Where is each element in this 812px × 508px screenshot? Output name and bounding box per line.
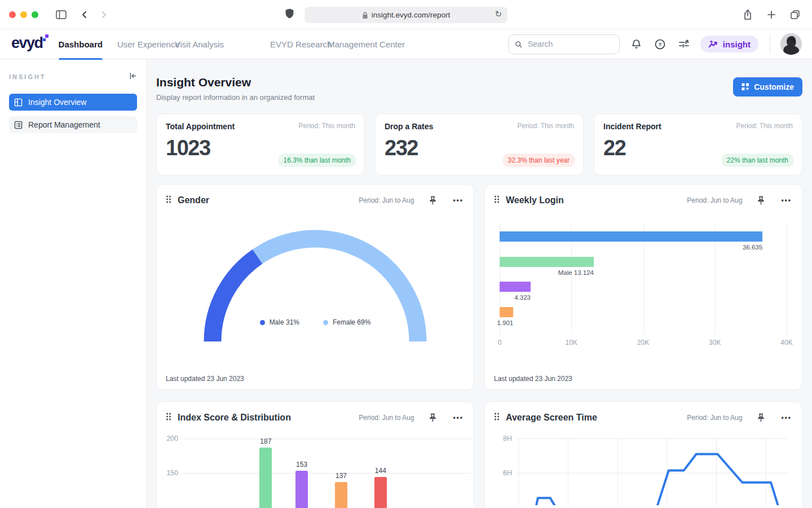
sidebar-item-report-management[interactable]: Report Management — [9, 116, 137, 133]
notifications-bell-icon[interactable] — [630, 37, 643, 51]
bar — [500, 282, 531, 292]
browser-chrome: insight.evyd.com/report ↻ — [0, 0, 812, 29]
page-title: Insight Overview — [156, 76, 315, 89]
bar — [335, 482, 347, 508]
settings-sliders-icon[interactable] — [677, 37, 691, 51]
main-content: Insight Overview Display report informat… — [147, 59, 812, 508]
more-options-icon[interactable]: ••• — [781, 196, 792, 204]
search-box[interactable] — [508, 34, 620, 54]
insight-badge[interactable]: insight — [700, 36, 758, 52]
gender-card: Gender Period: Jun to Aug ••• Male 31% — [156, 184, 474, 390]
stat-title: Incident Report — [603, 122, 661, 131]
bar-label: 1.901 — [497, 319, 513, 326]
sidebar-collapse-icon[interactable] — [129, 72, 137, 81]
bar-label: 36.635 — [743, 244, 762, 251]
evyd-logo[interactable]: evyd — [11, 34, 43, 52]
last-updated-text: Last updated 23 Jun 2023 — [166, 375, 244, 383]
zoom-window-button[interactable] — [32, 11, 38, 18]
stat-title: Drop a Rates — [385, 122, 433, 131]
pin-icon[interactable] — [757, 196, 765, 205]
url-bar[interactable]: insight.evyd.com/report ↻ — [304, 7, 508, 23]
card-period: Period: Jun to Aug — [359, 196, 414, 204]
card-title: Index Score & Distribution — [178, 413, 291, 423]
bar — [295, 471, 308, 508]
sidebar-item-insight-overview[interactable]: Insight Overview — [9, 94, 137, 111]
search-icon — [515, 40, 522, 49]
more-options-icon[interactable]: ••• — [453, 196, 464, 204]
url-text: insight.evyd.com/report — [372, 11, 451, 19]
window-controls — [9, 11, 38, 18]
nav-item-dashboard[interactable]: Dashboard — [59, 29, 103, 59]
forward-icon[interactable] — [96, 7, 112, 23]
stat-delta-badge: 16.3% than last month — [278, 154, 356, 167]
stat-title: Total Appointment — [166, 122, 235, 131]
axis-tick: 30K — [709, 339, 721, 347]
close-window-button[interactable] — [9, 11, 16, 18]
overview-grid-icon — [14, 98, 23, 107]
stat-cards-row: Total Appointment Period: This month 102… — [156, 113, 802, 176]
tab-overview-icon[interactable] — [787, 7, 803, 23]
stat-card-incident-report: Incident Report Period: This month 22 22… — [594, 113, 802, 176]
logo-dot-purple — [45, 34, 48, 38]
card-period: Period: Jun to Aug — [687, 196, 742, 204]
gridline — [184, 439, 471, 439]
nav-item-evyd-research[interactable]: EVYD Research — [270, 29, 332, 59]
weekly-login-axis: 010K20K30K40K — [500, 339, 787, 350]
index-score-card: Index Score & Distribution Period: Jun t… — [156, 401, 474, 508]
bar-label: 4.323 — [514, 294, 531, 301]
bar-label: 153 — [296, 461, 307, 471]
stat-period: Period: This month — [518, 122, 575, 130]
gender-gauge — [200, 229, 431, 345]
card-period: Period: Jun to Aug — [359, 414, 414, 422]
share-icon[interactable] — [740, 7, 756, 23]
gender-legend-dot — [260, 320, 265, 325]
reload-icon[interactable]: ↻ — [495, 9, 502, 19]
axis-tick: 40K — [780, 339, 792, 347]
nav-item-user-experience[interactable]: User Experience — [117, 29, 180, 59]
drag-handle-icon[interactable] — [166, 413, 171, 423]
pin-icon[interactable] — [429, 196, 436, 205]
logo-dot-blue — [43, 38, 46, 41]
bar-label: Male 13.124 — [558, 269, 594, 276]
more-options-icon[interactable]: ••• — [781, 414, 792, 422]
axis-tick: 0 — [498, 339, 502, 347]
stat-card-drop-a-rates: Drop a Rates Period: This month 232 32.3… — [375, 113, 584, 176]
more-options-icon[interactable]: ••• — [453, 414, 464, 422]
axis-tick: 10K — [566, 339, 577, 347]
stat-period: Period: This month — [736, 122, 793, 130]
card-title: Weekly Login — [506, 195, 564, 205]
card-title: Gender — [178, 195, 209, 205]
nav-item-visit-analysis[interactable]: Visit Analysis — [175, 29, 224, 59]
nav-item-management-center[interactable]: Management Center — [328, 29, 405, 59]
help-icon[interactable]: ? — [654, 37, 667, 51]
minimize-window-button[interactable] — [20, 11, 27, 18]
search-input[interactable] — [527, 39, 613, 49]
legend-item-female: Female 69% — [323, 318, 370, 326]
gender-legend: Male 31% Female 69% — [157, 318, 474, 326]
card-period: Period: Jun to Aug — [687, 414, 742, 422]
sidebar-section-label: INSIGHT — [9, 73, 46, 80]
stat-delta-badge: 22% than last month — [721, 154, 794, 167]
privacy-shield-icon[interactable] — [285, 8, 294, 21]
drag-handle-icon[interactable] — [494, 413, 500, 423]
bar — [500, 307, 513, 317]
back-icon[interactable] — [77, 7, 92, 23]
avatar[interactable] — [780, 33, 802, 55]
pin-icon[interactable] — [757, 413, 765, 422]
lock-icon — [362, 11, 368, 19]
bar-label: 144 — [375, 467, 386, 477]
stat-period: Period: This month — [299, 122, 356, 130]
sidebar-item-label: Insight Overview — [28, 98, 86, 107]
new-tab-icon[interactable] — [764, 7, 779, 23]
axis-tick: 150 — [159, 469, 178, 477]
bar — [500, 231, 762, 242]
weekly-login-card: Weekly Login Period: Jun to Aug ••• 36.6… — [484, 184, 802, 390]
drag-handle-icon[interactable] — [494, 195, 500, 205]
drag-handle-icon[interactable] — [166, 195, 171, 205]
pin-icon[interactable] — [429, 413, 436, 422]
customize-grid-icon — [742, 83, 749, 91]
customize-button[interactable]: Customize — [733, 77, 802, 97]
stat-card-total-appointment: Total Appointment Period: This month 102… — [156, 113, 365, 176]
sidebar: INSIGHT Insight Overview Report Manageme… — [0, 59, 147, 508]
browser-sidebar-icon[interactable] — [53, 7, 69, 23]
